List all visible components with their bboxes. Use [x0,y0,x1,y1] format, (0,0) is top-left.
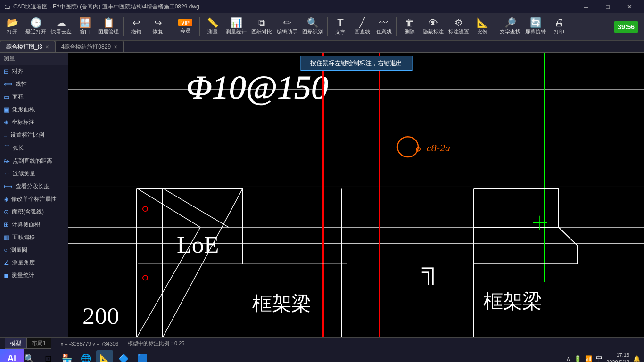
panel-item-area-shift[interactable]: ▥ 面积偏移 [0,231,68,244]
undo-icon: ↩ [132,18,140,27]
tool-print[interactable]: 🖨 打印 [549,15,570,39]
tray-notify[interactable]: 🔔 [633,355,640,362]
svg-text:框架梁: 框架梁 [483,290,542,312]
scale-info: 模型中的标注比例：0.25 [128,340,184,347]
tool-compare[interactable]: ⧉ 图纸对比 [249,15,274,39]
tool-measure-stat[interactable]: 📊 测量统计 [224,15,248,39]
rect-area-icon: ▣ [4,106,9,113]
calc-area-icon: ⊞ [4,221,9,228]
layout1-tab[interactable]: 布局1 [26,338,51,349]
taskbar-cad[interactable]: 📐 [96,350,113,362]
tool-redo[interactable]: ↪ 恢复 [148,15,168,39]
panel-item-area[interactable]: ▭ 面积 [0,90,68,103]
ai-badge[interactable]: Ai [0,349,24,362]
panel-item-mark-attr[interactable]: ◈ 修改单个标注属性 [0,193,68,206]
title-bar: 🗂 CAD快速看图 - E:\中医院\ (合同内) 宜丰中医院结构\4综合楼施工… [0,0,644,13]
panel-header: 测量 [0,53,68,65]
panel-item-arc-len-label: 弧长 [13,144,24,152]
tool-mask[interactable]: 👁 隐蔽标注 [421,15,446,39]
tool-text-search[interactable]: 🔎 文字查找 [498,15,522,39]
panel-item-pt-line-dist[interactable]: ⌲ 点到直线的距离 [0,155,68,167]
taskbar-taskview[interactable]: ⊡ [40,350,57,362]
close-button[interactable]: ✕ [619,0,640,13]
tool-undo[interactable]: ↩ 撤销 [126,15,147,39]
panel-item-area-arc[interactable]: ⊙ 面积(含弧线) [0,206,68,218]
cad-canvas-area[interactable]: 按住鼠标左键绘制标注，右键退出 Φ10@150 [68,53,644,337]
tool-layers[interactable]: 📋 图层管理 [96,15,121,39]
panel-item-measure-circle-label: 测量圆 [10,246,27,254]
rotate-icon: 🔄 [530,18,542,27]
taskbar-app2[interactable]: 🔷 [115,350,132,362]
tool-text-label: 文字 [335,29,346,36]
taskbar-app3[interactable]: 🟦 [134,350,151,362]
tray-wifi: 📶 [585,355,592,362]
tool-edit-help[interactable]: ✏ 编辑助手 [275,15,299,39]
restore-button[interactable]: □ [597,0,619,13]
panel-item-cont-measure[interactable]: ↔ 连续测量 [0,167,68,180]
tool-window[interactable]: 🪟 窗口 [74,15,95,39]
open-icon: 📂 [7,18,18,27]
tray-net: 🔋 [574,355,581,362]
panel-item-calc-area[interactable]: ⊞ 计算侧面积 [0,218,68,231]
tool-intent-line[interactable]: 〰 任意线 [373,15,394,39]
toolbar: 📂 打开 🕒 最近打开 ☁ 快看云盘 🪟 窗口 📋 图层管理 ↩ 撤销 ↪ 恢复… [0,13,644,41]
tool-print-label: 打印 [554,28,564,35]
tool-rotate[interactable]: 🔄 屏幕旋转 [523,15,548,39]
tooltip-banner: 按住鼠标左键绘制标注，右键退出 [300,56,412,71]
svg-text:框架梁: 框架梁 [252,292,311,314]
tray-up-arrow[interactable]: ∧ [566,355,570,362]
tool-delete-label: 删除 [405,28,415,35]
area-shift-icon: ▥ [4,234,9,241]
status-bar: 模型 布局1 x = -3088779 y = 734306 模型中的标注比例：… [0,337,644,349]
store-icon: 🏪 [62,354,72,362]
tab-1[interactable]: 综合楼打图_t3 ✕ [0,41,55,52]
panel-item-measure-stat[interactable]: ≣ 测量统计 [0,269,68,282]
vip-badge: VIP [178,19,192,26]
measure-stat-icon: 📊 [231,18,242,27]
panel-item-seg-len[interactable]: ⟼ 查看分段长度 [0,180,68,193]
taskbar-time: 17:13 [606,352,629,358]
mark-scale-icon: ≡ [4,132,8,139]
tool-open[interactable]: 📂 打开 [2,15,23,39]
tab-2-close[interactable]: ✕ [114,44,117,49]
tool-vip[interactable]: VIP 会员 [173,15,197,39]
panel-item-measure-circle[interactable]: ○ 测量圆 [0,244,68,256]
window-title: CAD快速看图 - E:\中医院\ (合同内) 宜丰中医院结构\4综合楼施工08… [13,3,199,11]
tool-delete[interactable]: 🗑 删除 [399,15,420,39]
panel-item-mark-scale[interactable]: ≡ 设置标注比例 [0,129,68,141]
seg-len-icon: ⟼ [4,183,13,190]
panel-item-arc-len[interactable]: ⌒ 弧长 [0,141,68,155]
panel-item-measure-angle[interactable]: ∠ 测量角度 [0,256,68,269]
tooltip-text: 按住鼠标左键绘制标注，右键退出 [310,59,402,66]
layout1-tab-label: 布局1 [32,340,46,346]
tool-measure[interactable]: 📏 测量 [202,15,223,39]
model-tab[interactable]: 模型 [5,338,26,349]
tab-2[interactable]: 4综合楼结施打0829 ✕ [55,41,124,52]
panel-item-linear[interactable]: ⟺ 线性 [0,78,68,90]
tool-window-label: 窗口 [80,28,90,35]
panel-item-rect-area[interactable]: ▣ 矩形面积 [0,103,68,116]
tool-recent[interactable]: 🕒 最近打开 [24,15,48,39]
tool-scale[interactable]: 📐 比例 [472,15,493,39]
app3-icon: 🟦 [137,354,148,362]
tool-recent-label: 最近打开 [25,28,46,35]
tab-1-close[interactable]: ✕ [45,44,49,49]
tray-lang[interactable]: 中 [596,354,603,362]
taskbar-store[interactable]: 🏪 [58,350,75,362]
minimize-button[interactable]: ─ [575,0,597,13]
taskbar-browser[interactable]: 🌐 [77,350,94,362]
tool-cloud-label: 快看云盘 [51,28,72,35]
panel-item-mark-attr-label: 修改单个标注属性 [11,195,57,203]
tool-cloud[interactable]: ☁ 快看云盘 [49,15,74,39]
cad-drawing[interactable]: Φ10@150 [68,53,644,337]
layers-icon: 📋 [103,18,115,27]
tool-undo-label: 撤销 [131,28,141,35]
tool-draw-line[interactable]: ╱ 画直线 [352,15,372,39]
delete-icon: 🗑 [405,18,414,27]
panel-item-align[interactable]: ⊟ 对齐 [0,65,68,78]
tool-mark-settings[interactable]: ⚙ 标注设置 [446,15,471,39]
svg-rect-0 [68,53,644,337]
panel-item-coord[interactable]: ⊕ 坐标标注 [0,116,68,129]
tool-shape-rec[interactable]: 🔍 图形识别 [300,15,325,39]
tool-text[interactable]: T 文字 [330,15,351,39]
